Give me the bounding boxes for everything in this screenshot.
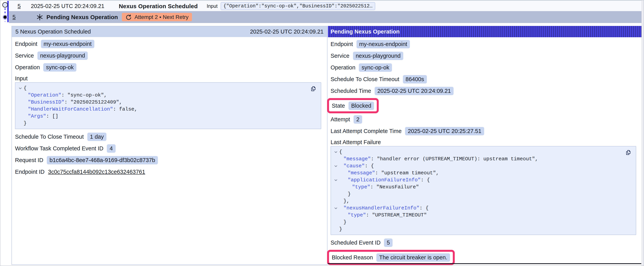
field-value-chip: 2 [354,115,362,124]
collapse-gutter [332,206,339,210]
field-value-chip: 2025-02-25 UTC 20:25:27.51 [405,127,484,135]
copy-icon[interactable] [310,86,316,92]
field-value-chip: nexus-playground [353,52,404,60]
field-row-endpoint: Endpointmy-nexus-endpoint [330,40,410,49]
code-line: "message": "handler error (UPSTREAM_TIME… [332,155,632,162]
json-key: "message" [344,156,371,162]
field-row-last-attempt-complete-time: Last Attempt Complete Time2025-02-25 UTC… [330,127,484,136]
collapse-gutter [332,164,339,168]
field-row-service: Servicenexus-playground [330,51,403,60]
code-line: "BusinessID": "20250225122409", [17,99,317,106]
timeline-node-open-icon[interactable] [3,3,8,8]
field-label: Schedule To Close Timeout [330,76,400,83]
pending-asterisk-icon [36,14,43,21]
field-row-schedule-to-close-timeout: Schedule To Close Timeout86400s [330,75,427,84]
code-text: }, [339,197,350,205]
collapse-gutter [17,86,24,90]
json-key: "message" [348,170,375,176]
field-value-chip: sync-op-ok [359,63,392,72]
event-id-link[interactable]: 5 [18,3,21,9]
scrollbar-track[interactable] [642,0,644,266]
pending-operation-detail-header: Pending Nexus Operation [328,26,642,37]
field-label: Operation [330,64,355,71]
field-label-last-attempt-failure: Last Attempt Failure [330,138,639,146]
field-value-chip: 4 [107,144,116,153]
code-text: } [339,219,346,226]
code-text: "applicationFailureInfo": { [339,176,430,183]
field-value-chip: 5 [384,238,392,247]
field-row-blocked-reason: Blocked ReasonThe circuit breaker is ope… [327,250,455,265]
json-value: }, [344,198,350,204]
field-label: State [332,103,345,109]
json-value: : "handler error (UPSTREAM_TIMEOUT): ups… [371,156,538,162]
pending-operation-detail-panel: Pending Nexus Operation Endpointmy-nexus… [328,26,642,266]
field-label: Attempt [330,116,350,123]
pending-operation-detail-body: Endpointmy-nexus-endpointServicenexus-pl… [328,37,642,266]
chevron-down-icon[interactable] [334,150,338,154]
code-text: "message": "handler error (UPSTREAM_TIME… [339,155,538,162]
code-line: { [332,148,632,155]
copy-icon[interactable] [625,150,631,155]
json-key: "HandlerWaitForCancellation" [28,106,113,112]
json-key: "BusinessID" [28,99,64,105]
scheduled-event-detail-panel: 5 Nexus Operation Scheduled 2025-02-25 U… [12,26,328,265]
field-value-chip: The circuit breaker is open. [376,253,450,262]
field-value-chip: b1c6a4bc-8ee7-468a-9169-df3b02c8737b [47,156,158,164]
pending-header-title: Pending Nexus Operation [330,29,400,35]
json-value: : "UPSTREAM_TIMEOUT" [366,212,427,218]
field-value-chip: sync-op-ok [43,63,76,72]
json-value: } [344,219,346,225]
field-label: Request ID [15,157,43,163]
field-label: Schedule To Close Timeout [15,134,84,140]
field-value-link[interactable]: 3c0c75ccfa8144b092c13ce632463761 [48,169,145,175]
timeline-node-current-icon[interactable] [3,15,7,19]
chevron-down-icon[interactable] [334,164,338,168]
chevron-down-icon[interactable] [18,86,22,90]
scheduled-event-detail-header: 5 Nexus Operation Scheduled 2025-02-25 U… [12,26,327,37]
detail-header-timestamp: 2025-02-25 UTC 20:24:09.21 [250,29,324,35]
code-text: "nexusHandlerFailureInfo": { [339,205,428,212]
json-value: } [24,120,27,126]
field-row-endpoint-id: Endpoint ID3c0c75ccfa8144b092c13ce632463… [15,167,145,176]
json-value: : { [365,163,374,169]
field-row-operation: Operationsync-op-ok [15,63,76,72]
field-label: Endpoint [330,41,353,47]
retry-badge: Attempt 2 • Next Retry [122,13,192,21]
chevron-down-icon[interactable] [334,206,338,210]
json-key: "applicationFailureInfo" [348,177,421,183]
field-row-scheduled-time: Scheduled Time2025-02-25 UTC 20:24:09.21 [330,86,454,95]
json-value: : { [420,205,428,211]
panel-bottom-border [328,263,641,264]
code-text: } [24,120,27,127]
collapse-gutter [332,178,339,182]
field-value-chip: Blocked [348,102,374,110]
chevron-down-icon[interactable] [334,178,338,182]
json-key: "cause" [344,163,365,169]
json-value: : "20250225122409", [64,99,122,105]
code-line: "Args": [] [17,113,317,120]
scheduled-event-detail-body: Endpointmy-nexus-endpointServicenexus-pl… [12,37,327,181]
code-text: "type": "UPSTREAM_TIMEOUT" [339,212,427,219]
event-input-label: Input [207,3,218,9]
json-key: "Args" [28,113,46,119]
code-line: "type": "NexusFailure" [332,183,632,190]
code-text: "Args": [] [24,113,58,120]
field-value-chip: nexus-playground [38,52,88,60]
code-text: "type": "NexusFailure" [339,183,419,190]
event-row-nexus-operation-scheduled[interactable]: 5 2025-02-25 UTC 20:24:09.21 Nexus Opera… [9,0,642,12]
pending-nexus-operation-row[interactable]: 5 Pending Nexus Operation Attempt 2 • Ne… [9,11,642,23]
detail-header-title: 5 Nexus Operation Scheduled [16,29,91,35]
field-value-chip: 86400s [403,75,427,84]
code-text: "BusinessID": "20250225122409", [24,99,122,106]
json-viewer-input-json: {"Operation": "sync-op-ok","BusinessID":… [15,82,321,129]
code-line: "cause": { [332,162,632,169]
event-timestamp: 2025-02-25 UTC 20:24:09.21 [31,3,104,9]
code-line: } [332,219,632,226]
field-label: Service [330,53,350,59]
field-label: Scheduled Event ID [330,239,380,246]
field-row-endpoint: Endpointmy-nexus-endpoint [15,39,94,48]
json-value: { [24,85,27,91]
pending-event-id-link[interactable]: 5 [12,14,16,20]
field-label: Endpoint [15,41,38,47]
code-line: { [17,85,317,92]
